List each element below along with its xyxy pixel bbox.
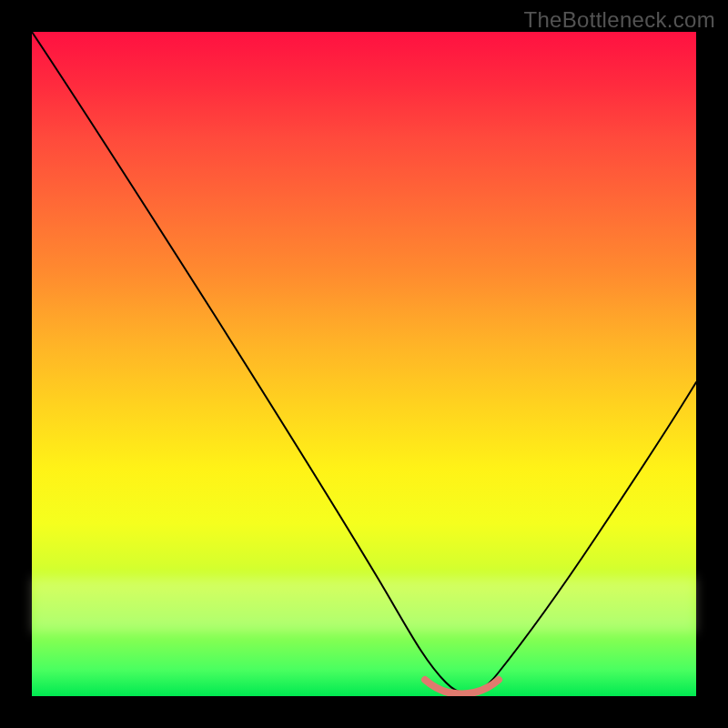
watermark-text: TheBottleneck.com bbox=[523, 7, 715, 33]
optimal-range-marker bbox=[425, 680, 499, 694]
chart-frame: TheBottleneck.com bbox=[0, 0, 728, 728]
curve-layer bbox=[32, 32, 696, 696]
plot-area bbox=[32, 32, 696, 696]
bottleneck-curve bbox=[32, 32, 696, 693]
